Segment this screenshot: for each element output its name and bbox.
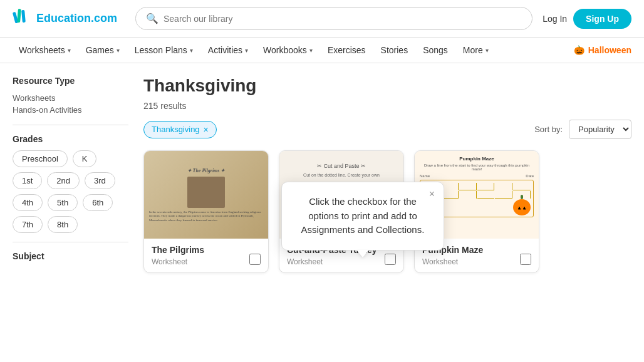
filter-tag-thanksgiving: Thanksgiving × [143,121,217,138]
page-title: Thanksgiving [143,76,631,96]
card-image-pilgrims: ✦ The Pilgrims ✦ In the seventeenth cent… [144,151,268,239]
grade-btn-3rd[interactable]: 3rd [85,172,115,189]
cards-wrapper: ✦ The Pilgrims ✦ In the seventeenth cent… [143,150,631,273]
sidebar: Resource Type Worksheets Hands-on Activi… [13,76,128,273]
tooltip-overlay: × Click the checkbox for the options to … [281,182,444,251]
filter-tag-close[interactable]: × [204,125,209,135]
nav-item-worksheets[interactable]: Worksheets ▾ [13,38,77,63]
main-nav: Worksheets ▾ Games ▾ Lesson Plans ▾ Acti… [0,38,644,63]
filter-tags: Thanksgiving × [143,121,217,138]
chevron-down-icon: ▾ [486,47,489,54]
filter-bar: Thanksgiving × Sort by: Popularity Newes… [143,120,631,139]
logo-icon [13,6,33,31]
main-content: Resource Type Worksheets Hands-on Activi… [0,63,644,286]
login-button[interactable]: Log In [543,14,567,24]
header-actions: Log In Sign Up [543,9,631,29]
grades-title: Grades [13,134,128,144]
nav-item-workbooks[interactable]: Workbooks ▾ [257,38,319,63]
chevron-down-icon: ▾ [309,47,313,54]
grades-section: Grades Preschool K 1st 2nd 3rd 4th 5th 6… [13,134,128,233]
content-area: Thanksgiving 215 results Thanksgiving × … [143,76,631,273]
tooltip-text: Click the checkbox for the options to pr… [297,195,428,237]
header: Education.com 🔍 Log In Sign Up [0,0,644,38]
sort-label: Sort by: [534,125,563,134]
chevron-down-icon: ▾ [190,47,193,54]
nav-item-stories[interactable]: Stories [375,38,415,63]
grade-btn-7th[interactable]: 7th [13,216,43,233]
tooltip-close-button[interactable]: × [429,189,435,200]
grade-btn-preschool[interactable]: Preschool [13,150,68,167]
svg-rect-1 [17,9,21,23]
nav-item-songs[interactable]: Songs [417,38,454,63]
grade-btn-5th[interactable]: 5th [48,194,78,211]
sidebar-link-worksheets[interactable]: Worksheets [13,92,128,104]
chevron-down-icon: ▾ [68,47,71,54]
grade-btn-2nd[interactable]: 2nd [47,172,80,189]
card-pilgrims: ✦ The Pilgrims ✦ In the seventeenth cent… [143,150,269,273]
svg-rect-2 [21,10,26,23]
grade-btn-1st[interactable]: 1st [13,172,42,189]
grade-btn-8th[interactable]: 8th [48,216,78,233]
chevron-down-icon: ▾ [245,47,248,54]
search-bar[interactable]: 🔍 [135,7,532,30]
nav-item-halloween[interactable]: 🎃 Halloween [574,45,631,55]
grade-btn-4th[interactable]: 4th [13,194,43,211]
nav-item-lesson-plans[interactable]: Lesson Plans ▾ [128,38,199,63]
sort-area: Sort by: Popularity Newest Oldest [534,120,631,139]
card-pilgrims-checkbox[interactable] [249,254,261,265]
chevron-down-icon: ▾ [117,47,120,54]
grade-btn-k[interactable]: K [73,150,97,167]
sidebar-link-handson[interactable]: Hands-on Activities [13,104,128,116]
card-pumpkin-checkbox[interactable] [520,254,531,265]
resource-type-title: Resource Type [13,76,128,86]
sort-select[interactable]: Popularity Newest Oldest [569,120,631,139]
results-count: 215 results [143,101,631,111]
nav-item-exercises[interactable]: Exercises [321,38,372,63]
tooltip-arrow [356,250,369,257]
logo[interactable]: Education.com [13,6,125,31]
pumpkin-icon: 🎃 [574,45,584,55]
card-cutpaste-checkbox[interactable] [385,254,396,265]
grade-buttons: Preschool K 1st 2nd 3rd 4th 5th 6th 7th … [13,150,128,233]
filter-tag-label: Thanksgiving [152,125,200,134]
search-input[interactable] [164,14,522,24]
nav-item-more[interactable]: More ▾ [457,38,495,63]
subject-title: Subject [13,251,128,261]
search-icon: 🔍 [146,13,158,24]
logo-text: Education.com [36,12,117,25]
signup-button[interactable]: Sign Up [573,9,631,29]
grade-btn-6th[interactable]: 6th [83,194,113,211]
nav-item-activities[interactable]: Activities ▾ [202,38,254,63]
nav-item-games[interactable]: Games ▾ [80,38,126,63]
